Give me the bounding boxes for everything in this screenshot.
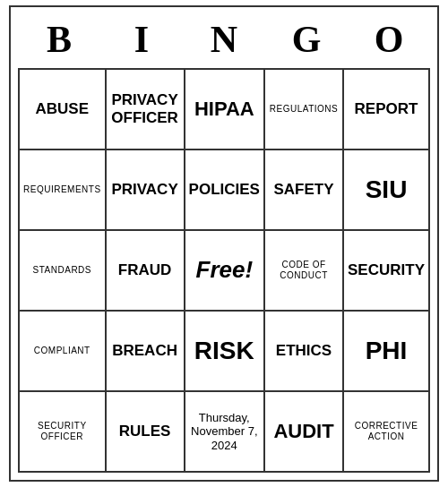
- cell-text: FRAUD: [118, 261, 172, 279]
- cell-text: AUDIT: [273, 420, 333, 443]
- cell-text: POLICIES: [189, 181, 260, 199]
- cell-text: RISK: [194, 336, 254, 366]
- cell-text: SAFETY: [273, 181, 333, 199]
- cell-text: PRIVACY: [111, 181, 177, 199]
- bingo-card: BINGO ABUSEPRIVACY OFFICERHIPAAREGULATIO…: [9, 5, 439, 482]
- cell-text: SECURITY: [348, 261, 425, 279]
- cell-text: CORRECTIVE ACTION: [348, 421, 425, 442]
- cell-r4-c3: AUDIT: [265, 392, 344, 473]
- header-letter: G: [265, 14, 348, 64]
- header-letter: I: [100, 14, 183, 64]
- cell-text: ETHICS: [276, 342, 332, 360]
- cell-r2-c4: SECURITY: [344, 231, 430, 312]
- cell-r1-c0: REQUIREMENTS: [20, 150, 107, 231]
- cell-text: REGULATIONS: [270, 104, 338, 115]
- cell-text: Free!: [196, 256, 254, 284]
- cell-text: REPORT: [355, 100, 418, 118]
- cell-r3-c3: ETHICS: [265, 312, 344, 392]
- cell-text: COMPLIANT: [34, 346, 90, 356]
- cell-r3-c0: COMPLIANT: [20, 312, 107, 392]
- cell-text: RULES: [119, 423, 171, 440]
- cell-text: REQUIREMENTS: [23, 184, 101, 195]
- cell-r0-c1: PRIVACY OFFICER: [107, 70, 185, 150]
- cell-text: SECURITY OFFICER: [23, 421, 101, 442]
- cell-text: SIU: [366, 175, 408, 205]
- cell-r2-c0: STANDARDS: [20, 231, 107, 312]
- bingo-header: BINGO: [18, 14, 430, 64]
- header-letter: O: [348, 14, 430, 64]
- bingo-grid: ABUSEPRIVACY OFFICERHIPAAREGULATIONSREPO…: [18, 68, 430, 473]
- cell-text: PHI: [366, 336, 408, 366]
- cell-r2-c2: Free!: [185, 231, 265, 312]
- cell-r1-c1: PRIVACY: [107, 150, 185, 231]
- cell-r3-c4: PHI: [344, 312, 430, 392]
- header-letter: B: [18, 14, 100, 64]
- cell-r0-c4: REPORT: [344, 70, 430, 150]
- cell-text: PRIVACY OFFICER: [110, 91, 180, 128]
- header-letter: N: [183, 14, 265, 64]
- cell-r4-c0: SECURITY OFFICER: [20, 392, 107, 473]
- cell-r4-c2: Thursday, November 7, 2024: [185, 392, 265, 473]
- cell-text: CODE OF CONDUCT: [269, 260, 339, 281]
- cell-text: HIPAA: [194, 98, 254, 121]
- cell-r3-c1: BREACH: [107, 312, 185, 392]
- cell-r2-c3: CODE OF CONDUCT: [265, 231, 344, 312]
- cell-text: STANDARDS: [33, 265, 91, 276]
- cell-r4-c4: CORRECTIVE ACTION: [344, 392, 430, 473]
- cell-text: ABUSE: [36, 100, 90, 118]
- cell-r1-c4: SIU: [344, 150, 430, 231]
- cell-r0-c2: HIPAA: [185, 70, 265, 150]
- cell-r1-c3: SAFETY: [265, 150, 344, 231]
- cell-r0-c3: REGULATIONS: [265, 70, 344, 150]
- cell-r4-c1: RULES: [107, 392, 185, 473]
- cell-text: Thursday, November 7, 2024: [189, 411, 260, 453]
- cell-r2-c1: FRAUD: [107, 231, 185, 312]
- cell-r0-c0: ABUSE: [20, 70, 107, 150]
- cell-text: BREACH: [112, 342, 177, 360]
- cell-r1-c2: POLICIES: [185, 150, 265, 231]
- cell-r3-c2: RISK: [185, 312, 265, 392]
